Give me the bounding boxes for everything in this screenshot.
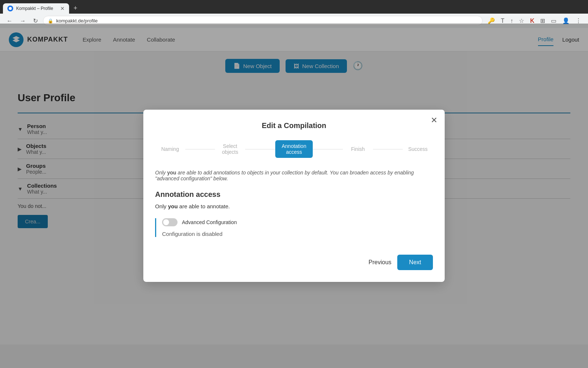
tab-bar: Kompakkt – Profile ✕ + [0,0,588,14]
toggle-row: Advanced Configuration [162,218,433,226]
modal-title: Edit a Compilation [155,121,433,130]
step-success-label: Success [408,146,428,152]
step-annotation-label: Annotation access [275,140,313,158]
info-before: Only [155,170,167,176]
modal-close-button[interactable]: ✕ [431,116,437,125]
step-finish[interactable]: Finish [343,146,373,152]
new-tab-button[interactable]: + [71,3,80,14]
next-button[interactable]: Next [397,255,433,270]
step-select-objects[interactable]: Select objects [215,143,245,155]
previous-button[interactable]: Previous [369,259,391,266]
step-success[interactable]: Success [403,146,433,152]
desc-bold: you [168,203,178,209]
info-after: are able to add annotations to objects i… [155,170,414,181]
modal-footer: Previous Next [155,255,433,270]
info-bold: you [167,170,176,176]
toggle-slider [162,218,178,226]
annotation-desc: Only you are able to annotate. [155,203,433,209]
wizard-steps: Naming Select objects Annotation access … [155,140,433,158]
active-tab[interactable]: Kompakkt – Profile ✕ [3,3,69,14]
step-naming-label: Naming [161,146,179,152]
toggle-label: Advanced Configuration [182,219,237,225]
svg-point-0 [9,7,12,10]
annotation-access-heading: Annotation access [155,190,433,199]
favicon-icon [7,6,13,11]
app: KOMPAKKT Explore Annotate Collaborate Pr… [0,28,588,344]
modal: Edit a Compilation ✕ Naming Select objec… [143,110,445,282]
step-connector-1 [185,149,215,149]
tab-title: Kompakkt – Profile [16,6,57,11]
config-disabled-text: Configuration is disabled [162,231,433,237]
advanced-config-toggle[interactable] [162,218,178,226]
close-tab-button[interactable]: ✕ [60,6,65,11]
modal-info-text: Only you are able to add annotations to … [155,170,433,181]
desc-before: Only [155,203,168,209]
step-annotation-access[interactable]: Annotation access [275,140,313,158]
step-connector-2 [245,149,275,149]
step-naming[interactable]: Naming [155,146,185,152]
step-connector-4 [373,149,403,149]
step-select-objects-label: Select objects [222,143,238,155]
modal-overlay: Edit a Compilation ✕ Naming Select objec… [0,24,588,344]
url-text: kompakkt.de/profile [56,18,98,24]
step-connector-3 [313,149,343,149]
config-section: Advanced Configuration Configuration is … [155,218,433,237]
step-finish-label: Finish [351,146,365,152]
lock-icon: 🔒 [48,18,53,24]
desc-after: are able to annotate. [178,203,230,209]
